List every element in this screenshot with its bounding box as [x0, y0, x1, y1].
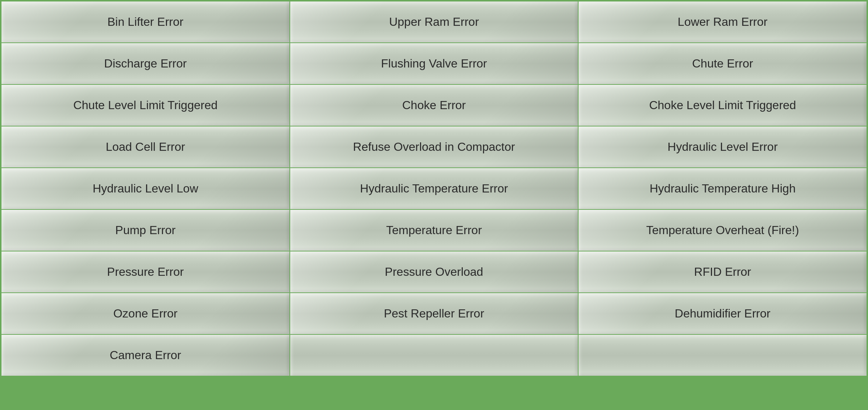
cell-pest-repeller-error[interactable]: Pest Repeller Error [290, 293, 579, 334]
label-choke-level-limit-triggered: Choke Level Limit Triggered [649, 98, 796, 113]
error-grid: Bin Lifter ErrorDischarge ErrorChute Lev… [0, 0, 868, 410]
cell-empty-col2-9 [290, 334, 579, 376]
cell-load-cell-error[interactable]: Load Cell Error [1, 126, 290, 168]
label-discharge-error: Discharge Error [104, 56, 187, 72]
cell-chute-error[interactable]: Chute Error [578, 43, 867, 84]
cell-choke-level-limit-triggered[interactable]: Choke Level Limit Triggered [578, 84, 867, 126]
cell-dehumidifier-error[interactable]: Dehumidifier Error [578, 293, 867, 334]
label-dehumidifier-error: Dehumidifier Error [675, 306, 771, 322]
column-col2: Upper Ram ErrorFlushing Valve ErrorChoke… [290, 1, 579, 409]
cell-bin-lifter-error[interactable]: Bin Lifter Error [1, 1, 290, 43]
label-temperature-overheat-fire: Temperature Overheat (Fire!) [646, 223, 799, 238]
label-chute-level-limit-triggered: Chute Level Limit Triggered [73, 98, 218, 113]
label-hydraulic-temperature-error: Hydraulic Temperature Error [360, 181, 508, 197]
cell-camera-error[interactable]: Camera Error [1, 334, 290, 376]
cell-temperature-overheat-fire[interactable]: Temperature Overheat (Fire!) [578, 209, 867, 251]
label-camera-error: Camera Error [110, 348, 181, 363]
label-refuse-overload-compactor: Refuse Overload in Compactor [353, 139, 515, 155]
label-pump-error: Pump Error [115, 223, 176, 238]
cell-lower-ram-error[interactable]: Lower Ram Error [578, 1, 867, 43]
column-col1: Bin Lifter ErrorDischarge ErrorChute Lev… [1, 1, 290, 409]
label-pressure-overload: Pressure Overload [385, 264, 483, 280]
cell-choke-error[interactable]: Choke Error [290, 84, 579, 126]
cell-temperature-error[interactable]: Temperature Error [290, 209, 579, 251]
label-flushing-valve-error: Flushing Valve Error [381, 56, 487, 72]
label-lower-ram-error: Lower Ram Error [678, 14, 768, 30]
cell-hydraulic-temperature-high[interactable]: Hydraulic Temperature High [578, 168, 867, 209]
label-rfid-error: RFID Error [694, 264, 751, 280]
cell-empty-col3-9 [578, 334, 867, 376]
label-choke-error: Choke Error [402, 98, 466, 113]
label-hydraulic-level-error: Hydraulic Level Error [667, 139, 778, 155]
label-bin-lifter-error: Bin Lifter Error [107, 14, 183, 30]
cell-rfid-error[interactable]: RFID Error [578, 251, 867, 293]
column-col3: Lower Ram ErrorChute ErrorChoke Level Li… [578, 1, 867, 409]
cell-discharge-error[interactable]: Discharge Error [1, 43, 290, 84]
label-ozone-error: Ozone Error [113, 306, 177, 322]
label-hydraulic-temperature-high: Hydraulic Temperature High [650, 181, 796, 197]
cell-upper-ram-error[interactable]: Upper Ram Error [290, 1, 579, 43]
label-chute-error: Chute Error [692, 56, 753, 72]
label-upper-ram-error: Upper Ram Error [389, 14, 479, 30]
label-temperature-error: Temperature Error [386, 223, 482, 238]
cell-pump-error[interactable]: Pump Error [1, 209, 290, 251]
cell-hydraulic-level-low[interactable]: Hydraulic Level Low [1, 168, 290, 209]
cell-pressure-overload[interactable]: Pressure Overload [290, 251, 579, 293]
cell-refuse-overload-compactor[interactable]: Refuse Overload in Compactor [290, 126, 579, 168]
cell-ozone-error[interactable]: Ozone Error [1, 293, 290, 334]
label-pressure-error: Pressure Error [107, 264, 184, 280]
label-hydraulic-level-low: Hydraulic Level Low [93, 181, 198, 197]
cell-pressure-error[interactable]: Pressure Error [1, 251, 290, 293]
label-load-cell-error: Load Cell Error [106, 139, 185, 155]
cell-hydraulic-level-error[interactable]: Hydraulic Level Error [578, 126, 867, 168]
cell-hydraulic-temperature-error[interactable]: Hydraulic Temperature Error [290, 168, 579, 209]
label-pest-repeller-error: Pest Repeller Error [384, 306, 484, 322]
cell-chute-level-limit-triggered[interactable]: Chute Level Limit Triggered [1, 84, 290, 126]
cell-flushing-valve-error[interactable]: Flushing Valve Error [290, 43, 579, 84]
